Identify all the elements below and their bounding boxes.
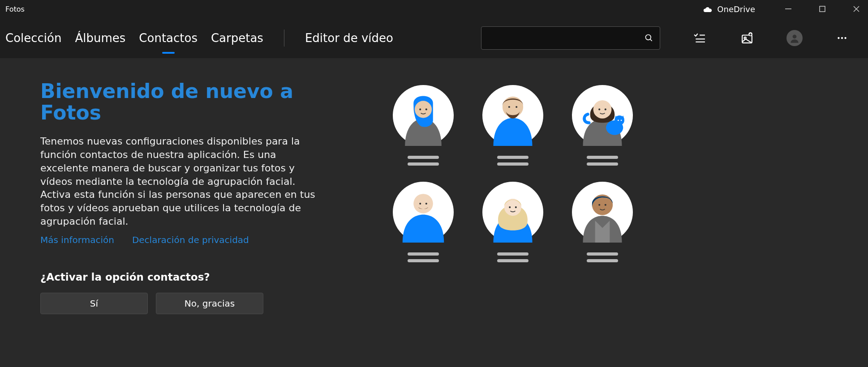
svg-point-40: [504, 199, 521, 216]
people-illustration: [390, 81, 636, 367]
nav-tab-video-editor[interactable]: Editor de vídeo: [304, 29, 394, 47]
onedrive-label: OneDrive: [717, 4, 755, 14]
link-privacy[interactable]: Declaración de privacidad: [132, 235, 249, 245]
svg-point-19: [419, 108, 421, 110]
nav-bar: Colección Álbumes Contactos Carpetas Edi…: [0, 18, 868, 58]
name-placeholder: [587, 156, 618, 166]
svg-point-23: [508, 106, 510, 108]
nav-tab-albums[interactable]: Álbumes: [74, 29, 126, 47]
svg-point-12: [793, 34, 797, 38]
svg-rect-0: [785, 9, 791, 9]
avatar-person-6: [572, 182, 633, 243]
svg-point-24: [516, 106, 517, 108]
illustration-person-1: [390, 85, 457, 166]
svg-point-20: [425, 108, 427, 110]
select-button[interactable]: [692, 30, 708, 46]
svg-point-22: [503, 97, 523, 117]
illustration-person-4: [390, 182, 457, 262]
svg-point-13: [838, 37, 839, 39]
svg-point-26: [593, 100, 612, 119]
yes-button[interactable]: Sí: [40, 293, 148, 314]
nav-tab-collection[interactable]: Colección: [4, 29, 62, 47]
welcome-paragraph-1: Tenemos nuevas configuraciones disponibl…: [40, 135, 327, 188]
avatar-person-3: [572, 85, 633, 146]
welcome-paragraph-2: Activa esta función si las personas que …: [40, 188, 327, 228]
illustration-person-5: [479, 182, 546, 262]
onedrive-status[interactable]: OneDrive: [703, 4, 755, 14]
svg-point-14: [841, 37, 843, 39]
svg-point-27: [598, 108, 600, 110]
name-placeholder: [497, 252, 529, 262]
search-icon[interactable]: [645, 34, 653, 43]
search-box[interactable]: [481, 26, 660, 50]
welcome-panel: Bienvenido de nuevo a Fotos Tenemos nuev…: [40, 81, 327, 367]
illustration-person-6: [569, 182, 636, 262]
svg-line-5: [650, 39, 652, 41]
window-controls: [782, 3, 863, 15]
illustration-person-2: [479, 85, 546, 166]
no-button[interactable]: No, gracias: [156, 293, 263, 314]
content-area: Bienvenido de nuevo a Fotos Tenemos nuev…: [0, 58, 868, 367]
nav-tab-folders[interactable]: Carpetas: [210, 29, 264, 47]
illustration-person-3: [569, 85, 636, 166]
svg-point-4: [646, 35, 651, 40]
nav-icons: [692, 30, 850, 46]
svg-point-33: [618, 120, 619, 121]
nav-tab-contacts[interactable]: Contactos: [138, 29, 198, 47]
nav-separator: [284, 30, 284, 47]
avatar-person-5: [482, 182, 543, 243]
welcome-links: Más información Declaración de privacida…: [40, 235, 327, 245]
svg-point-36: [413, 194, 433, 213]
svg-rect-1: [820, 6, 825, 12]
avatar-person-1: [393, 85, 454, 146]
avatar-person-2: [482, 85, 543, 146]
name-placeholder: [497, 156, 529, 166]
svg-point-28: [605, 108, 606, 110]
titlebar: Fotos OneDrive: [0, 0, 868, 18]
link-more-info[interactable]: Más información: [40, 235, 114, 245]
svg-point-38: [425, 203, 427, 205]
svg-point-37: [419, 203, 421, 205]
window-minimize-button[interactable]: [782, 3, 795, 15]
app-title: Fotos: [5, 5, 25, 13]
activate-question: ¿Activar la opción contactos?: [40, 271, 327, 283]
more-button[interactable]: [834, 30, 850, 46]
nav-tabs: Colección Álbumes Contactos Carpetas Edi…: [4, 29, 394, 47]
svg-point-44: [592, 195, 613, 215]
svg-point-18: [415, 101, 432, 118]
name-placeholder: [408, 156, 439, 166]
svg-point-42: [515, 206, 517, 208]
import-button[interactable]: [739, 30, 755, 46]
name-placeholder: [587, 252, 618, 262]
activate-buttons: Sí No, gracias: [40, 293, 327, 314]
welcome-headline: Bienvenido de nuevo a Fotos: [40, 81, 327, 124]
window-maximize-button[interactable]: [816, 3, 829, 15]
svg-point-34: [621, 120, 622, 121]
account-button[interactable]: [786, 30, 803, 46]
svg-point-45: [598, 204, 600, 206]
avatar-person-4: [393, 182, 454, 243]
name-placeholder: [408, 252, 439, 262]
onedrive-icon: [703, 6, 713, 12]
search-input[interactable]: [488, 34, 645, 43]
svg-point-46: [605, 204, 606, 206]
window-close-button[interactable]: [850, 3, 863, 15]
svg-point-41: [509, 206, 511, 208]
svg-point-15: [844, 37, 846, 39]
